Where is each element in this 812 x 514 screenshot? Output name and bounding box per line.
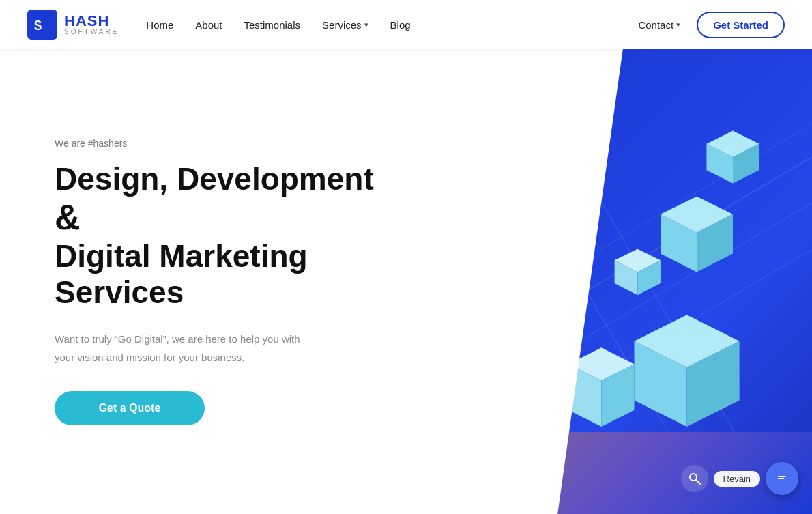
chat-widget[interactable]: Revain [681, 462, 798, 495]
nav-contact[interactable]: Contact ▾ [638, 19, 680, 31]
contact-chevron-icon: ▾ [676, 20, 680, 29]
get-quote-button[interactable]: Get a Quote [55, 391, 205, 425]
nav-home[interactable]: Home [146, 19, 173, 31]
logo-hash-text: HASH [64, 14, 119, 29]
hero-title-line2: Digital Marketing [55, 238, 308, 274]
logo-software-text: SOFTWARE [64, 29, 119, 35]
nav-services[interactable]: Services ▾ [322, 19, 368, 31]
hero-title-amp: & [55, 197, 81, 237]
svg-text:$: $ [34, 18, 42, 33]
hero-section: We are #hashers Design, Development & Di… [0, 49, 812, 514]
navbar-left: $ HASH SOFTWARE Home About Testimonials … [27, 10, 411, 40]
revain-search-icon[interactable] [681, 465, 708, 492]
get-started-button[interactable]: Get Started [697, 12, 785, 38]
hero-title-line1: Design, Development [55, 161, 374, 197]
nav-testimonials[interactable]: Testimonials [244, 19, 301, 31]
logo-icon: $ [27, 10, 57, 40]
svg-line-21 [696, 480, 700, 484]
navbar-right: Contact ▾ Get Started [638, 12, 785, 38]
hero-title-line3: Services [55, 274, 184, 310]
revain-label: Revain [714, 471, 760, 487]
hero-description: Want to truly “Go Digital”, we are here … [55, 330, 300, 367]
hero-left: We are #hashers Design, Development & Di… [0, 49, 536, 514]
hero-title: Design, Development & Digital Marketing … [55, 161, 382, 310]
nav-links: Home About Testimonials Services ▾ Blog [146, 19, 410, 31]
logo[interactable]: $ HASH SOFTWARE [27, 10, 119, 40]
services-chevron-icon: ▾ [364, 20, 368, 29]
logo-text: HASH SOFTWARE [64, 14, 119, 35]
navbar: $ HASH SOFTWARE Home About Testimonials … [0, 0, 812, 49]
nav-about[interactable]: About [195, 19, 222, 31]
nav-blog[interactable]: Blog [390, 19, 411, 31]
hero-tagline: We are #hashers [55, 138, 481, 149]
chat-bubble-icon[interactable] [766, 462, 798, 495]
